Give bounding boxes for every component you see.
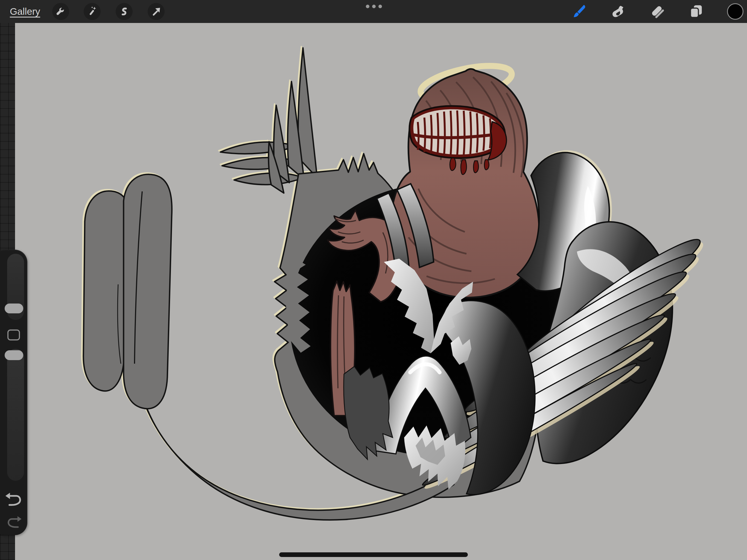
canvas-artwork[interactable] [0,0,747,560]
top-toolbar: Gallery [0,0,747,23]
opacity-handle[interactable] [5,350,23,360]
selection-button[interactable] [115,3,133,20]
eraser-icon [649,4,665,19]
actions-button[interactable] [52,3,69,20]
layers-icon [688,4,704,19]
gallery-button[interactable]: Gallery [10,0,40,23]
opacity-slider[interactable] [7,349,24,481]
eraser-button[interactable] [649,3,666,20]
transform-arrow-icon [151,6,162,17]
magic-wand-icon [87,6,98,17]
paintbrush-icon [572,4,588,19]
brush-size-handle[interactable] [5,304,23,313]
procreate-window: Gallery [0,0,747,560]
redo-button[interactable] [5,516,22,529]
color-swatch-button[interactable] [727,3,743,20]
transform-button[interactable] [148,3,164,20]
smudge-finger-icon [611,4,626,19]
undo-arrow-icon [4,492,24,507]
layers-button[interactable] [687,3,705,20]
redo-arrow-icon [5,516,22,529]
undo-button[interactable] [4,492,24,507]
home-indicator[interactable] [279,552,468,557]
smudge-button[interactable] [610,3,627,20]
paint-brush-button[interactable] [571,3,588,20]
canvas-options-button[interactable] [366,5,382,8]
modify-button[interactable] [7,330,20,340]
wrench-icon [55,6,66,17]
adjustments-button[interactable] [84,3,101,20]
selection-s-icon [119,6,130,17]
